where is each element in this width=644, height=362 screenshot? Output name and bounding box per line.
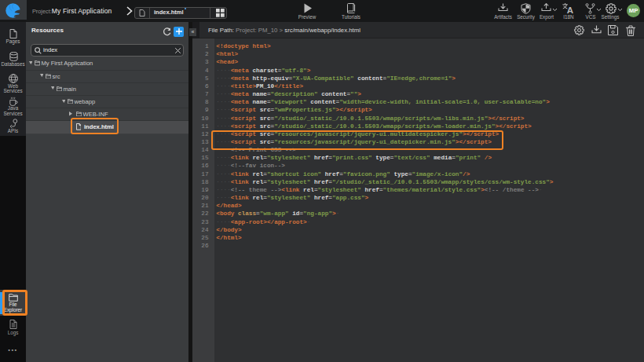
svg-text:A: A <box>567 5 573 14</box>
